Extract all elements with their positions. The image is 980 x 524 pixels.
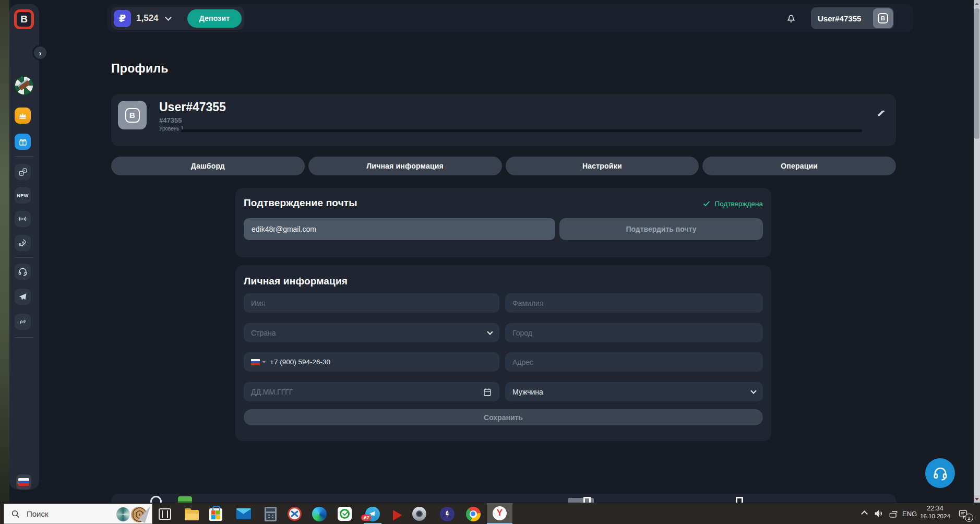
language-switcher[interactable]: [16, 474, 31, 490]
windows-taskbar: .67 Y ENG 22:34 16.10.2024 2: [0, 503, 980, 524]
taskbar-app-task-view[interactable]: [157, 506, 172, 521]
tab-operations[interactable]: Операции: [702, 157, 896, 175]
sidebar-item-referral[interactable]: [15, 314, 31, 330]
sberbank-icon: [338, 507, 352, 521]
sidebar-item-new-games[interactable]: NEW: [15, 187, 31, 204]
footer-logo-circle: [150, 496, 162, 503]
taskbar-app-mail[interactable]: [236, 506, 251, 521]
city-input[interactable]: [512, 329, 756, 337]
taskbar-app-edge[interactable]: [312, 506, 327, 521]
taskbar-app-microsoft-store[interactable]: [208, 506, 223, 521]
network-icon: [888, 509, 899, 519]
taskbar-app-sberbank[interactable]: [337, 506, 352, 521]
edit-profile-button[interactable]: [876, 109, 886, 118]
balance-value: 1,524: [136, 13, 159, 23]
tray-clock[interactable]: 22:34 16.10.2024: [918, 505, 952, 519]
sidebar-divider: [15, 337, 34, 338]
balance-dropdown-chevron[interactable]: [165, 14, 172, 21]
tray-volume[interactable]: [873, 508, 885, 519]
email-section-title: Подтверждение почты: [244, 197, 357, 209]
taskbar-app-webcam[interactable]: [412, 506, 427, 521]
email-confirmed-status: Подтверждена: [702, 199, 763, 208]
headset-icon: [18, 267, 28, 277]
city-field[interactable]: [505, 323, 763, 342]
webcam-icon: [412, 507, 426, 521]
scrollbar-thumb[interactable]: [974, 8, 979, 139]
tray-date: 16.10.2024: [918, 513, 952, 519]
sidebar-item-dice[interactable]: [15, 164, 31, 180]
level-progress-bar: [181, 129, 862, 132]
birthdate-field[interactable]: ДД.ММ.ГГГГ: [244, 382, 499, 401]
last-name-field[interactable]: [505, 293, 763, 313]
save-button[interactable]: Сохранить: [244, 409, 763, 425]
phone-field[interactable]: +7 (900) 594-26-30: [244, 352, 499, 372]
gender-value: Мужчина: [512, 388, 543, 396]
personal-section-title: Личная информация: [244, 276, 348, 287]
taskbar-app-yandex-browser-active[interactable]: Y: [487, 503, 512, 523]
country-select[interactable]: Страна: [244, 323, 499, 342]
phone-country-flag-icon[interactable]: [251, 359, 260, 365]
gender-select[interactable]: Мужчина: [505, 382, 763, 401]
taskbar-app-chrome[interactable]: [465, 506, 481, 521]
tab-dashboard[interactable]: Дашборд: [111, 157, 305, 175]
taskbar-app-calculator[interactable]: [263, 506, 278, 521]
deposit-button[interactable]: Депозит: [187, 9, 242, 28]
yandex-browser-icon: Y: [493, 506, 507, 520]
sidebar-item-crash[interactable]: [15, 235, 31, 251]
taskbar-search-box[interactable]: [4, 504, 152, 524]
sidebar-divider: [15, 257, 34, 258]
taskbar-app-yandex-start[interactable]: [390, 506, 405, 521]
chevron-down-icon: [750, 388, 756, 394]
confirm-email-button[interactable]: Подтвердить почту: [559, 218, 763, 240]
sidebar-item-telegram[interactable]: [15, 289, 31, 305]
sidebar-item-live[interactable]: [15, 211, 31, 227]
address-input[interactable]: [512, 358, 756, 366]
tray-time: 22:34: [918, 505, 952, 512]
ruble-currency-icon[interactable]: ₽: [114, 10, 131, 27]
email-input[interactable]: [244, 218, 555, 240]
first-name-field[interactable]: [244, 293, 499, 313]
search-input[interactable]: [27, 509, 89, 518]
profile-tabs: Дашборд Личная информация Настройки Опер…: [111, 157, 896, 175]
first-name-input[interactable]: [251, 299, 492, 307]
sidebar-item-roulette[interactable]: [14, 76, 34, 96]
notifications-bell-button[interactable]: [785, 13, 797, 24]
sidebar-item-bonuses[interactable]: [15, 134, 31, 150]
ruble-symbol: ₽: [119, 13, 126, 25]
phone-country-dropdown-arrow[interactable]: [262, 361, 266, 363]
phone-value: +7 (900) 594-26-30: [270, 358, 330, 366]
last-name-input[interactable]: [512, 299, 756, 307]
scrollbar-up-arrow[interactable]: [974, 0, 980, 7]
scrollbar-down-arrow[interactable]: [974, 495, 980, 503]
red-arrow-icon: [393, 510, 402, 520]
taskbar-app-rocket[interactable]: [439, 506, 455, 521]
new-badge: NEW: [17, 193, 29, 198]
tray-language[interactable]: ENG: [902, 510, 917, 518]
support-chat-button[interactable]: [925, 458, 955, 488]
tab-personal-info[interactable]: Личная информация: [308, 157, 502, 175]
tray-show-hidden-icons[interactable]: [861, 510, 868, 517]
search-highlight-image[interactable]: [116, 506, 152, 523]
browser-scrollbar[interactable]: [974, 0, 980, 503]
calculator-icon: [265, 507, 277, 521]
address-field[interactable]: [505, 352, 763, 372]
folder-icon: [185, 510, 199, 520]
brand-logo[interactable]: B: [14, 9, 34, 29]
sidebar-expand-button[interactable]: ›: [32, 45, 48, 61]
tray-network[interactable]: [888, 508, 899, 520]
brand-logo-letter: B: [20, 14, 28, 25]
sidebar-item-vip[interactable]: [15, 108, 31, 124]
tab-settings[interactable]: Настройки: [506, 157, 699, 175]
dice-icon: [18, 168, 28, 177]
footer-heading-stub: [583, 497, 591, 503]
chevron-down-icon: [487, 329, 493, 335]
sidebar-item-support[interactable]: [15, 264, 31, 280]
rocket-icon: [18, 238, 28, 248]
taskbar-app-snipping-tool[interactable]: [287, 506, 302, 521]
user-menu-button[interactable]: User#47355 B: [811, 7, 894, 29]
footer-heading-stub: [736, 497, 743, 503]
calendar-icon[interactable]: [483, 387, 492, 397]
taskbar-app-file-explorer[interactable]: [184, 506, 199, 521]
footer-logo-green: [178, 496, 192, 503]
chrome-icon: [466, 507, 481, 521]
